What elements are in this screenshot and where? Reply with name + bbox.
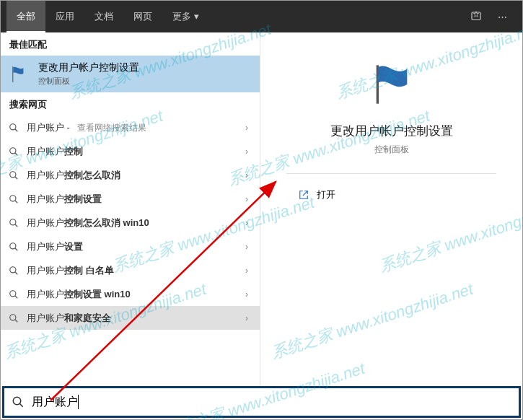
search-icon xyxy=(8,193,19,205)
chevron-down-icon: ▾ xyxy=(194,1,199,32)
web-result-item[interactable]: 用户账户 - 查看网络搜索结果› xyxy=(1,115,260,139)
open-action[interactable]: 打开 xyxy=(286,183,496,207)
more-options-icon[interactable]: ⋯ xyxy=(493,8,511,25)
svg-line-3 xyxy=(15,128,18,131)
svg-line-17 xyxy=(15,295,18,298)
svg-point-12 xyxy=(10,242,16,248)
svg-line-5 xyxy=(15,152,18,155)
search-icon xyxy=(8,122,19,134)
result-text: 用户账户和家庭安全 xyxy=(27,312,234,325)
search-icon xyxy=(8,265,19,276)
search-bar[interactable]: 用户账户 xyxy=(2,386,521,418)
svg-line-13 xyxy=(15,248,18,250)
search-icon xyxy=(8,146,19,157)
feedback-icon[interactable] xyxy=(467,8,485,25)
svg-point-8 xyxy=(10,195,16,201)
chevron-right-icon[interactable]: › xyxy=(241,266,252,276)
result-text: 用户账户控制设置 xyxy=(27,193,234,206)
tab-apps[interactable]: 应用 xyxy=(45,1,84,32)
web-results-header: 搜索网页 xyxy=(1,92,260,115)
preview-subtitle: 控制面板 xyxy=(374,144,409,156)
web-result-item[interactable]: 用户账户控制 白名单› xyxy=(1,258,260,282)
tab-more-label: 更多 xyxy=(172,1,191,32)
search-input[interactable]: 用户账户 xyxy=(32,395,78,410)
svg-line-19 xyxy=(15,319,18,322)
text-caret xyxy=(78,395,79,409)
chevron-right-icon[interactable]: › xyxy=(241,289,252,299)
svg-line-15 xyxy=(15,271,18,274)
svg-point-2 xyxy=(10,123,16,129)
result-text: 用户账户控制怎么取消 xyxy=(27,169,234,182)
chevron-right-icon[interactable]: › xyxy=(241,194,252,204)
control-panel-flag-icon xyxy=(9,64,30,84)
svg-point-4 xyxy=(10,147,16,153)
divider xyxy=(286,173,496,174)
web-result-item[interactable]: 用户账户控制怎么取消 win10› xyxy=(1,211,260,235)
web-result-item[interactable]: 用户账户控制› xyxy=(1,139,260,163)
chevron-right-icon[interactable]: › xyxy=(241,313,252,323)
svg-line-22 xyxy=(19,403,23,407)
svg-point-21 xyxy=(13,397,21,405)
chevron-right-icon[interactable]: › xyxy=(241,170,252,180)
search-icon xyxy=(8,170,19,181)
preview-title: 更改用户帐户控制设置 xyxy=(330,123,453,139)
search-icon xyxy=(12,395,25,408)
best-match-item[interactable]: 更改用户帐户控制设置 控制面板 xyxy=(1,56,260,92)
svg-point-10 xyxy=(10,219,16,224)
search-icon xyxy=(8,289,19,300)
search-icon xyxy=(8,241,19,253)
svg-point-6 xyxy=(10,171,16,177)
svg-point-14 xyxy=(10,266,16,272)
results-pane: 最佳匹配 更改用户帐户控制设置 控制面板 搜索网页 用户账户 - 查看网络搜索结… xyxy=(1,32,260,386)
result-text: 用户账户 - 查看网络搜索结果 xyxy=(27,121,234,134)
svg-rect-1 xyxy=(12,66,13,82)
tab-more[interactable]: 更多 ▾ xyxy=(162,1,209,32)
chevron-right-icon[interactable]: › xyxy=(241,218,252,228)
tab-all[interactable]: 全部 xyxy=(6,1,45,32)
svg-point-18 xyxy=(10,314,16,320)
open-label: 打开 xyxy=(317,188,335,201)
preview-pane: 更改用户帐户控制设置 控制面板 打开 xyxy=(260,32,522,386)
tab-web[interactable]: 网页 xyxy=(123,1,162,32)
search-icon xyxy=(8,312,19,324)
web-result-item[interactable]: 用户账户控制怎么取消› xyxy=(1,163,260,187)
chevron-right-icon[interactable]: › xyxy=(241,242,252,252)
best-match-subtitle: 控制面板 xyxy=(38,76,139,87)
svg-line-7 xyxy=(15,176,18,179)
svg-line-11 xyxy=(15,224,18,227)
web-result-item[interactable]: 用户账户控制设置 win10› xyxy=(1,282,260,306)
open-external-icon xyxy=(298,189,309,201)
chevron-right-icon[interactable]: › xyxy=(241,146,252,157)
chevron-right-icon[interactable]: › xyxy=(241,123,252,133)
result-text: 用户账户控制怎么取消 win10 xyxy=(27,216,234,229)
result-text: 用户账户设置 xyxy=(27,240,234,253)
preview-flag-icon xyxy=(369,61,415,110)
result-text: 用户账户控制 xyxy=(27,145,234,158)
web-result-item[interactable]: 用户账户设置› xyxy=(1,235,260,258)
top-tab-bar: 全部 应用 文档 网页 更多 ▾ ⋯ xyxy=(1,1,522,32)
web-result-item[interactable]: 用户账户和家庭安全› xyxy=(1,306,260,330)
svg-rect-0 xyxy=(472,12,480,20)
svg-point-16 xyxy=(10,290,16,296)
search-icon xyxy=(8,217,19,229)
result-text: 用户账户控制 白名单 xyxy=(27,264,234,277)
svg-line-9 xyxy=(15,200,18,203)
best-match-header: 最佳匹配 xyxy=(1,32,260,56)
tab-docs[interactable]: 文档 xyxy=(84,1,123,32)
result-text: 用户账户控制设置 win10 xyxy=(27,288,234,301)
web-result-item[interactable]: 用户账户控制设置› xyxy=(1,187,260,211)
best-match-title: 更改用户帐户控制设置 xyxy=(38,61,139,74)
